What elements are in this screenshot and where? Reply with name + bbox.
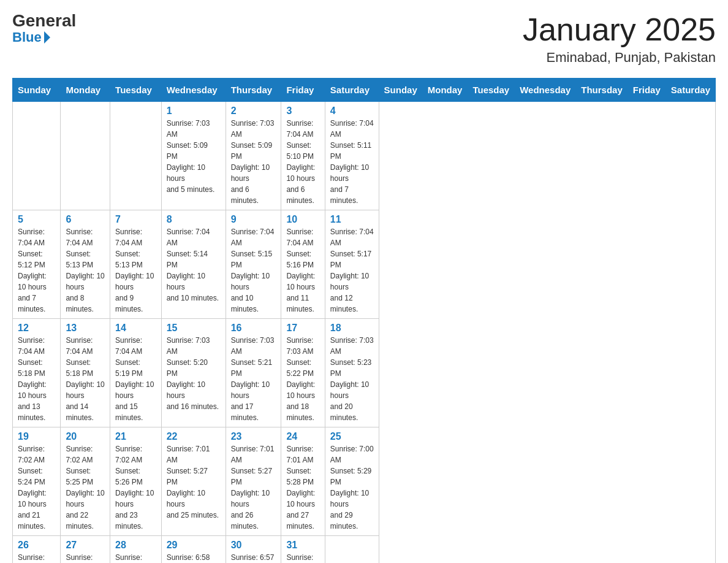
calendar-cell: 4Sunrise: 7:04 AM Sunset: 5:11 PM Daylig… — [325, 102, 379, 210]
calendar-cell: 16Sunrise: 7:03 AM Sunset: 5:21 PM Dayli… — [226, 319, 281, 427]
calendar-cell: 24Sunrise: 7:01 AM Sunset: 5:28 PM Dayli… — [281, 427, 325, 536]
day-number: 23 — [231, 431, 276, 442]
logo-general-text: General — [12, 12, 76, 29]
title-section: January 2025 Eminabad, Punjab, Pakistan — [523, 12, 716, 66]
day-info: Sunrise: 7:03 AM Sunset: 5:23 PM Dayligh… — [330, 335, 374, 423]
calendar-cell — [110, 102, 162, 210]
calendar-cell: 8Sunrise: 7:04 AM Sunset: 5:14 PM Daylig… — [161, 210, 226, 319]
week-row-3: 12Sunrise: 7:04 AM Sunset: 5:18 PM Dayli… — [13, 319, 716, 427]
day-info: Sunrise: 7:01 AM Sunset: 5:28 PM Dayligh… — [286, 443, 319, 532]
day-info: Sunrise: 6:59 AM Sunset: 5:31 PM Dayligh… — [66, 552, 105, 563]
day-info: Sunrise: 7:03 AM Sunset: 5:22 PM Dayligh… — [286, 335, 319, 423]
day-info: Sunrise: 7:03 AM Sunset: 5:21 PM Dayligh… — [231, 335, 276, 423]
day-number: 24 — [286, 431, 319, 442]
day-info: Sunrise: 7:03 AM Sunset: 5:09 PM Dayligh… — [231, 118, 276, 206]
day-number: 6 — [66, 214, 105, 225]
day-info: Sunrise: 7:04 AM Sunset: 5:11 PM Dayligh… — [330, 118, 374, 206]
calendar-cell: 20Sunrise: 7:02 AM Sunset: 5:25 PM Dayli… — [61, 427, 110, 536]
column-header-saturday: Saturday — [665, 79, 715, 102]
month-title: January 2025 — [523, 12, 716, 47]
calendar-cell: 17Sunrise: 7:03 AM Sunset: 5:22 PM Dayli… — [281, 319, 325, 427]
calendar-cell: 12Sunrise: 7:04 AM Sunset: 5:18 PM Dayli… — [13, 319, 61, 427]
day-number: 3 — [286, 105, 319, 117]
day-info: Sunrise: 7:00 AM Sunset: 5:29 PM Dayligh… — [330, 443, 374, 532]
day-info: Sunrise: 7:04 AM Sunset: 5:13 PM Dayligh… — [66, 226, 105, 315]
calendar-cell: 23Sunrise: 7:01 AM Sunset: 5:27 PM Dayli… — [226, 427, 281, 536]
day-number: 28 — [115, 540, 156, 551]
day-number: 15 — [167, 323, 221, 334]
day-info: Sunrise: 7:04 AM Sunset: 5:17 PM Dayligh… — [330, 226, 374, 315]
calendar-cell: 10Sunrise: 7:04 AM Sunset: 5:16 PM Dayli… — [281, 210, 325, 319]
column-header-tuesday: Tuesday — [468, 79, 515, 102]
day-info: Sunrise: 7:02 AM Sunset: 5:26 PM Dayligh… — [115, 443, 156, 532]
day-number: 17 — [286, 323, 319, 334]
week-row-4: 19Sunrise: 7:02 AM Sunset: 5:24 PM Dayli… — [13, 427, 716, 536]
logo: General Blue — [12, 12, 76, 45]
day-info: Sunrise: 7:04 AM Sunset: 5:19 PM Dayligh… — [115, 335, 156, 423]
week-row-1: 1Sunrise: 7:03 AM Sunset: 5:09 PM Daylig… — [13, 102, 716, 210]
day-info: Sunrise: 6:59 AM Sunset: 5:32 PM Dayligh… — [115, 552, 156, 563]
day-number: 16 — [231, 323, 276, 334]
calendar-cell: 30Sunrise: 6:57 AM Sunset: 5:34 PM Dayli… — [226, 536, 281, 563]
day-number: 8 — [167, 214, 221, 225]
calendar-cell: 26Sunrise: 7:00 AM Sunset: 5:30 PM Dayli… — [13, 536, 61, 563]
day-info: Sunrise: 7:02 AM Sunset: 5:24 PM Dayligh… — [18, 443, 55, 532]
day-info: Sunrise: 7:01 AM Sunset: 5:27 PM Dayligh… — [231, 443, 276, 532]
calendar-cell: 29Sunrise: 6:58 AM Sunset: 5:33 PM Dayli… — [161, 536, 226, 563]
header-saturday: Saturday — [325, 79, 379, 102]
header-friday: Friday — [281, 79, 325, 102]
day-info: Sunrise: 7:00 AM Sunset: 5:30 PM Dayligh… — [18, 552, 55, 563]
day-number: 11 — [330, 214, 374, 225]
day-number: 7 — [115, 214, 156, 225]
day-info: Sunrise: 6:57 AM Sunset: 5:34 PM Dayligh… — [231, 552, 276, 563]
calendar-cell: 21Sunrise: 7:02 AM Sunset: 5:26 PM Dayli… — [110, 427, 162, 536]
day-info: Sunrise: 7:04 AM Sunset: 5:10 PM Dayligh… — [286, 118, 319, 206]
calendar-cell: 7Sunrise: 7:04 AM Sunset: 5:13 PM Daylig… — [110, 210, 162, 319]
day-number: 13 — [66, 323, 105, 334]
logo-arrow-icon — [44, 31, 50, 44]
calendar-cell: 25Sunrise: 7:00 AM Sunset: 5:29 PM Dayli… — [325, 427, 379, 536]
calendar-cell — [61, 102, 110, 210]
day-number: 18 — [330, 323, 374, 334]
calendar-cell: 15Sunrise: 7:03 AM Sunset: 5:20 PM Dayli… — [161, 319, 226, 427]
column-header-monday: Monday — [422, 79, 468, 102]
day-info: Sunrise: 7:04 AM Sunset: 5:16 PM Dayligh… — [286, 226, 319, 315]
day-info: Sunrise: 7:04 AM Sunset: 5:18 PM Dayligh… — [66, 335, 105, 423]
calendar-cell: 22Sunrise: 7:01 AM Sunset: 5:27 PM Dayli… — [161, 427, 226, 536]
day-number: 27 — [66, 540, 105, 551]
day-number: 30 — [231, 540, 276, 551]
calendar-cell: 3Sunrise: 7:04 AM Sunset: 5:10 PM Daylig… — [281, 102, 325, 210]
column-header-wednesday: Wednesday — [515, 79, 576, 102]
day-info: Sunrise: 7:04 AM Sunset: 5:13 PM Dayligh… — [115, 226, 156, 315]
calendar-cell: 19Sunrise: 7:02 AM Sunset: 5:24 PM Dayli… — [13, 427, 61, 536]
day-number: 4 — [330, 105, 374, 117]
location-title: Eminabad, Punjab, Pakistan — [523, 50, 716, 66]
day-number: 20 — [66, 431, 105, 442]
calendar-cell — [13, 102, 61, 210]
calendar-cell: 27Sunrise: 6:59 AM Sunset: 5:31 PM Dayli… — [61, 536, 110, 563]
calendar-cell: 6Sunrise: 7:04 AM Sunset: 5:13 PM Daylig… — [61, 210, 110, 319]
calendar-header-row: SundayMondayTuesdayWednesdayThursdayFrid… — [13, 79, 716, 102]
calendar-cell: 13Sunrise: 7:04 AM Sunset: 5:18 PM Dayli… — [61, 319, 110, 427]
day-number: 19 — [18, 431, 55, 442]
calendar-cell: 5Sunrise: 7:04 AM Sunset: 5:12 PM Daylig… — [13, 210, 61, 319]
calendar-cell: 11Sunrise: 7:04 AM Sunset: 5:17 PM Dayli… — [325, 210, 379, 319]
day-number: 22 — [167, 431, 221, 442]
day-number: 5 — [18, 214, 55, 225]
column-header-friday: Friday — [628, 79, 665, 102]
day-number: 2 — [231, 105, 276, 117]
day-info: Sunrise: 7:04 AM Sunset: 5:14 PM Dayligh… — [167, 226, 221, 304]
header-monday: Monday — [61, 79, 110, 102]
day-info: Sunrise: 7:01 AM Sunset: 5:27 PM Dayligh… — [167, 443, 221, 521]
calendar-cell: 31Sunrise: 6:57 AM Sunset: 5:35 PM Dayli… — [281, 536, 325, 563]
day-number: 14 — [115, 323, 156, 334]
day-info: Sunrise: 7:03 AM Sunset: 5:20 PM Dayligh… — [167, 335, 221, 412]
week-row-2: 5Sunrise: 7:04 AM Sunset: 5:12 PM Daylig… — [13, 210, 716, 319]
column-header-sunday: Sunday — [379, 79, 422, 102]
calendar-cell: 18Sunrise: 7:03 AM Sunset: 5:23 PM Dayli… — [325, 319, 379, 427]
header-thursday: Thursday — [226, 79, 281, 102]
column-header-thursday: Thursday — [576, 79, 628, 102]
day-number: 1 — [167, 105, 221, 117]
day-number: 10 — [286, 214, 319, 225]
day-number: 12 — [18, 323, 55, 334]
